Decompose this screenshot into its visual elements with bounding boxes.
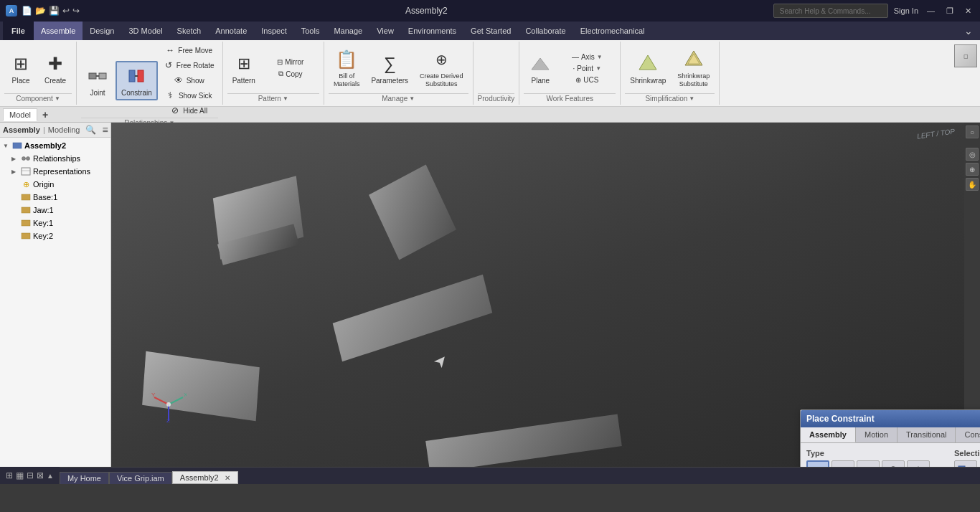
look-at-btn[interactable]: ◎ — [966, 148, 979, 161]
status-icon-1[interactable]: ⊞ — [6, 470, 13, 480]
simplification-dropdown[interactable]: ▼ — [689, 95, 694, 102]
menu-inspect[interactable]: Inspect — [254, 22, 293, 40]
undo-btn[interactable]: ↩ — [62, 6, 70, 16]
svg-rect-3 — [129, 70, 135, 82]
component-dropdown[interactable]: ▼ — [55, 95, 60, 102]
menu-file[interactable]: File — [3, 22, 34, 40]
modeling-tab[interactable]: Modeling — [48, 125, 80, 134]
relationships-icon — [21, 153, 31, 163]
tree-item-base1[interactable]: ▶ Base:1 — [0, 191, 110, 204]
mirror-btn[interactable]: ⊟ Mirror — [262, 57, 319, 67]
menu-environments[interactable]: Environments — [401, 22, 463, 40]
wf-small-btns: — Axis ▼ · Point ▼ ⊕ UCS — [558, 52, 616, 85]
arrow-indicator: ➤ — [429, 351, 451, 373]
menu-tools[interactable]: Tools — [294, 22, 327, 40]
tree-item-representations[interactable]: ▶ Representations — [0, 165, 110, 178]
dialog-tab-assembly[interactable]: Assembly — [801, 427, 856, 442]
assembly2-icon — [12, 141, 22, 151]
search-input[interactable] — [773, 4, 888, 18]
tree-item-key1[interactable]: ▶ Key:1 — [0, 217, 110, 229]
free-rotate-btn[interactable]: ↺ Free Rotate — [159, 58, 218, 72]
viewport[interactable]: ➤ LEFT / TOP X Y Z ○ ◎ ⊕ ✋ Place C — [111, 123, 980, 467]
menu-electromechanical[interactable]: Electromechanical — [573, 22, 652, 40]
expand-ribbon-btn[interactable]: ⌄ — [960, 25, 977, 37]
tree-item-origin[interactable]: ▶ ⊕ Origin — [0, 178, 110, 191]
new-btn[interactable]: 📄 — [22, 6, 32, 16]
orbit-btn[interactable]: ○ — [966, 125, 979, 138]
close-btn[interactable]: ✕ — [962, 6, 974, 16]
type-btn-angle[interactable] — [831, 460, 854, 467]
axis-btn[interactable]: — Axis ▼ — [558, 52, 616, 62]
menu-view[interactable]: View — [369, 22, 401, 40]
type-btn-tangent[interactable] — [857, 460, 880, 467]
model-tab-add[interactable]: + — [37, 107, 53, 123]
joint-btn[interactable]: Joint — [81, 62, 114, 100]
pan-btn[interactable]: ✋ — [966, 178, 979, 191]
show-sick-btn[interactable]: ⚕ Show Sick — [159, 88, 218, 103]
type-btn-mate[interactable] — [806, 460, 829, 467]
menu-annotate[interactable]: Annotate — [208, 22, 254, 40]
show-btn[interactable]: 👁 Show — [159, 73, 218, 87]
shrinkwrap-sub-btn[interactable]: ShrinkwrapSubstitute — [672, 45, 715, 91]
restore-btn[interactable]: ❐ — [943, 6, 956, 16]
manage-dropdown[interactable]: ▼ — [409, 95, 415, 102]
type-btn-insert[interactable] — [882, 460, 905, 467]
model-tab-model[interactable]: Model — [3, 108, 37, 121]
tree-item-jaw1[interactable]: ▶ Jaw:1 — [0, 204, 110, 217]
sign-in-btn[interactable]: Sign In — [894, 6, 918, 15]
redo-btn[interactable]: ↪ — [72, 6, 80, 16]
ucs-icon: ⊕ — [575, 76, 581, 84]
show-sick-icon: ⚕ — [165, 90, 176, 101]
menu-design[interactable]: Design — [83, 22, 121, 40]
tree-item-key2[interactable]: ▶ Key:2 — [0, 229, 110, 242]
expand-assembly2[interactable]: ▼ — [3, 143, 10, 149]
save-btn[interactable]: 💾 — [49, 6, 60, 16]
shrinkwrap-sub-icon — [682, 48, 705, 71]
status-tab-my-home[interactable]: My Home — [60, 472, 109, 484]
view-cube[interactable]: ◻ — [954, 44, 977, 67]
point-btn[interactable]: · Point ▼ — [558, 63, 616, 74]
open-btn[interactable]: 📂 — [35, 6, 46, 16]
status-tab-assembly2[interactable]: Assembly2 ✕ — [172, 471, 238, 484]
expand-representations[interactable]: ▶ — [11, 169, 19, 175]
menu-sketch[interactable]: Sketch — [170, 22, 209, 40]
status-icon-3[interactable]: ⊟ — [27, 470, 34, 480]
pattern-dropdown[interactable]: ▼ — [283, 95, 288, 102]
expand-arrow-status[interactable]: ▲ — [47, 472, 54, 480]
minimize-btn[interactable]: — — [924, 6, 938, 15]
expand-relationships[interactable]: ▶ — [11, 156, 19, 162]
status-icon-4[interactable]: ⊠ — [37, 470, 44, 480]
tree-item-relationships[interactable]: ▶ Relationships — [0, 152, 110, 165]
menu-collaborate[interactable]: Collaborate — [518, 22, 573, 40]
close-assembly2-tab[interactable]: ✕ — [225, 474, 230, 482]
status-tab-vice-grip[interactable]: Vice Grip.iam — [109, 472, 172, 484]
dialog-tab-motion[interactable]: Motion — [856, 427, 897, 442]
place-btn[interactable]: ⊞ Place — [4, 49, 37, 87]
tree-item-assembly2[interactable]: ▼ Assembly2 — [0, 139, 110, 152]
create-derived-btn[interactable]: ⊕ Create DerivedSubstitutes — [415, 45, 468, 91]
status-icon-2[interactable]: ▦ — [16, 470, 24, 480]
zoom-btn[interactable]: ⊕ — [966, 163, 979, 176]
dialog-tab-transitional[interactable]: Transitional — [897, 427, 956, 442]
plane-btn[interactable]: Plane — [524, 49, 557, 87]
hide-all-btn[interactable]: ⊘ Hide All — [159, 103, 218, 118]
menu-manage[interactable]: Manage — [326, 22, 369, 40]
constrain-btn[interactable]: Constrain — [116, 61, 158, 100]
shrinkwrap-btn[interactable]: Shrinkwrap — [625, 49, 671, 87]
tree-menu-btn[interactable]: ≡ — [102, 124, 108, 136]
dialog-tab-constraint-set[interactable]: Constraint Set — [956, 427, 980, 442]
free-move-btn[interactable]: ↔ Free Move — [159, 43, 218, 57]
search-tree-btn[interactable]: 🔍 — [85, 125, 96, 135]
copy-btn[interactable]: ⧉ Copy — [262, 68, 319, 80]
pattern-btn[interactable]: ⊞ Pattern — [227, 49, 260, 87]
menu-assemble[interactable]: Assemble — [34, 22, 83, 40]
menu-get-started[interactable]: Get Started — [463, 22, 518, 40]
assembly-tab[interactable]: Assembly — [3, 125, 40, 134]
sel-btn-1[interactable]: 1 — [954, 460, 977, 467]
create-btn[interactable]: ✚ Create — [39, 49, 72, 87]
parameters-btn[interactable]: ∑ Parameters — [366, 49, 413, 87]
type-btn-sym[interactable] — [907, 460, 930, 467]
menu-3dmodel[interactable]: 3D Model — [122, 22, 170, 40]
bom-btn[interactable]: 📋 Bill ofMaterials — [329, 45, 365, 91]
ucs-btn[interactable]: ⊕ UCS — [558, 75, 616, 85]
